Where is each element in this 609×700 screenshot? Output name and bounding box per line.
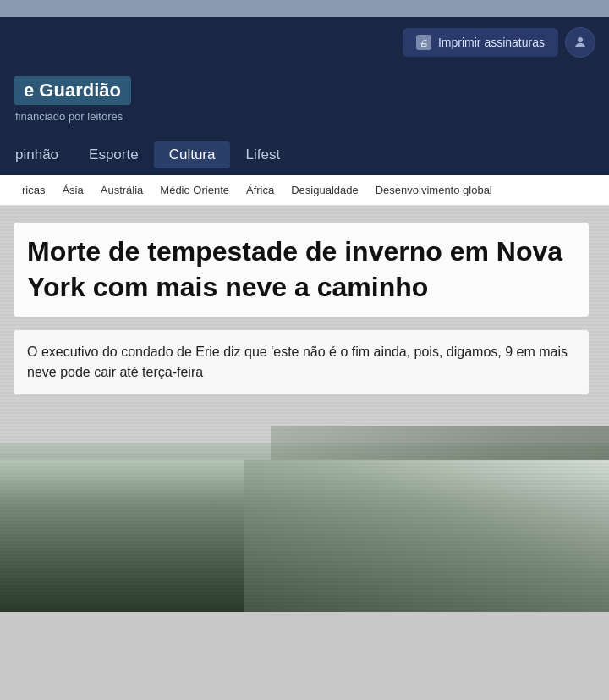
subnav-item-africa[interactable]: África [238,180,283,200]
sub-nav: ricas Ásia Austrália Médio Oriente Áfric… [0,175,609,206]
nav-item-cultura[interactable]: Cultura [154,141,231,168]
article-summary-text: O executivo do condado de Erie diz que '… [27,342,575,383]
subnav-item-asia[interactable]: Ásia [53,180,91,200]
subnav-item-desenvolvimento[interactable]: Desenvolvimento global [367,180,501,200]
article-content: Morte de tempestade de inverno em Nova Y… [0,206,609,408]
snow-overlay [244,460,609,612]
subnav-item-ricas[interactable]: ricas [14,180,53,200]
print-icon: 🖨 [416,35,431,50]
svg-point-0 [578,37,583,42]
print-button[interactable]: 🖨 Imprimir assinaturas [403,28,558,57]
logo-text[interactable]: e Guardião [14,76,131,105]
subnav-item-medio-oriente[interactable]: Médio Oriente [151,180,238,200]
user-icon[interactable] [565,27,595,58]
nav-item-pinhao[interactable]: pinhão [0,141,74,168]
subnav-item-australia[interactable]: Austrália [92,180,152,200]
logo-section: e Guardião financiado por leitores [0,68,609,135]
top-bar: 🖨 Imprimir assinaturas [0,0,609,68]
article-section: Morte de tempestade de inverno em Nova Y… [0,206,609,612]
nav-bar: pinhão Esporte Cultura Lifest [0,135,609,175]
winter-image [0,460,609,612]
tagline: financiado por leitores [14,110,595,123]
article-headline-text: Morte de tempestade de inverno em Nova Y… [27,234,575,305]
nav-item-esporte[interactable]: Esporte [74,141,154,168]
nav-item-lifest[interactable]: Lifest [230,141,295,168]
article-headline: Morte de tempestade de inverno em Nova Y… [14,223,589,317]
subnav-item-desigualdade[interactable]: Desigualdade [283,180,367,200]
article-summary: O executivo do condado de Erie diz que '… [14,330,589,394]
top-bar-spacer [0,0,609,17]
print-button-label: Imprimir assinaturas [438,36,545,49]
